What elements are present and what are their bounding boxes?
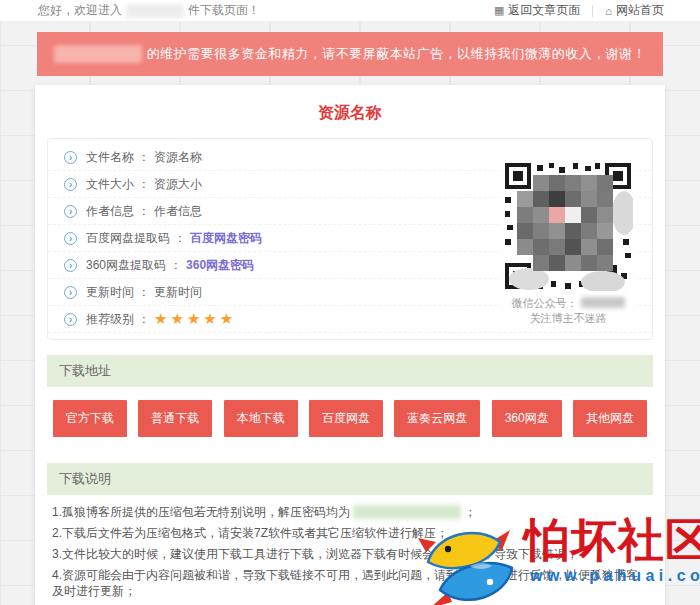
instruction-line-2: 2.下载后文件若为压缩包格式，请安装7Z软件或者其它压缩软件进行解压； (52, 525, 648, 541)
back-to-article-link[interactable]: ▦ 返回文章页面 (494, 2, 580, 19)
colon: ： (138, 176, 150, 193)
colon: ： (170, 257, 182, 274)
site-home-link[interactable]: ⌂ 网站首页 (605, 2, 664, 19)
colon: ： (138, 203, 150, 220)
home-icon: ⌂ (605, 5, 612, 17)
colon: ： (138, 284, 150, 301)
censored-password-block (353, 505, 461, 519)
qr-caption-line2: 关注博主不迷路 (500, 311, 636, 326)
qr-block: 微信公众号： 关注博主不迷路 (500, 161, 636, 326)
field-value: 作者信息 (154, 203, 202, 220)
resource-title: 资源名称 (47, 103, 653, 124)
field-label: 作者信息 (86, 203, 134, 220)
field-label: 文件名称 (86, 149, 134, 166)
censored-site-name-block (54, 45, 142, 63)
star-rating: ★★★★★ (154, 310, 236, 328)
field-value: 资源大小 (154, 176, 202, 193)
download-buttons-row: 官方下载 普通下载 本地下载 百度网盘 蓝奏云网盘 360网盘 其他网盘 (47, 387, 653, 448)
instruction-line-3: 3.文件比较大的时候，建议使用下载工具进行下载，浏览器下载有时候会自动中断，导致… (52, 546, 648, 562)
qr-caption: 微信公众号： 关注博主不迷路 (500, 296, 636, 326)
instruction-line-1-suffix: ； (464, 505, 476, 519)
download-button-360-pan[interactable]: 360网盘 (492, 400, 562, 437)
chevron-circle-icon: › (64, 259, 77, 272)
baidu-password-link[interactable]: 百度网盘密码 (190, 230, 262, 247)
banner-text: 的维护需要很多资金和精力，请不要屏蔽本站广告，以维持我们微薄的收入，谢谢！ (147, 45, 647, 63)
site-home-label: 网站首页 (616, 2, 664, 19)
qr-caption-line1: 微信公众号： (512, 297, 578, 309)
chevron-circle-icon: › (64, 286, 77, 299)
greeting-suffix: 件下载页面！ (188, 2, 260, 19)
instruction-line-1: 1.孤狼博客所提供的压缩包若无特别说明，解压密码均为； (52, 504, 648, 520)
download-button-baidu-pan[interactable]: 百度网盘 (309, 400, 383, 437)
ad-notice-banner: 的维护需要很多资金和精力，请不要屏蔽本站广告，以维持我们微薄的收入，谢谢！ (37, 32, 663, 76)
greeting-text: 您好，欢迎进入 件下载页面！ (38, 2, 260, 19)
instructions-section-header: 下载说明 (47, 463, 653, 495)
download-button-normal[interactable]: 普通下载 (138, 400, 212, 437)
chevron-circle-icon: › (64, 205, 77, 218)
download-button-other-pan[interactable]: 其他网盘 (573, 400, 647, 437)
field-label: 推荐级别 (86, 311, 134, 328)
back-to-article-label: 返回文章页面 (508, 2, 580, 19)
colon: ： (138, 311, 150, 328)
download-section-header: 下载地址 (47, 355, 653, 387)
topbar: 您好，欢迎进入 件下载页面！ ▦ 返回文章页面 ⌂ 网站首页 (0, 0, 700, 22)
instruction-line-1-prefix: 1.孤狼博客所提供的压缩包若无特别说明，解压密码均为 (52, 505, 350, 519)
field-value: 资源名称 (154, 149, 202, 166)
censored-account-name-block (581, 297, 625, 308)
field-label: 360网盘提取码 (86, 257, 166, 274)
chevron-circle-icon: › (64, 313, 77, 326)
topbar-divider (592, 5, 593, 17)
greeting-prefix: 您好，欢迎进入 (38, 2, 122, 19)
colon: ： (138, 149, 150, 166)
field-label: 文件大小 (86, 176, 134, 193)
field-label: 更新时间 (86, 284, 134, 301)
chevron-circle-icon: › (64, 232, 77, 245)
qr-code (503, 161, 633, 291)
page: { "topbar": { "greeting_prefix": "您好，欢迎进… (0, 0, 700, 605)
resource-info-box: › 文件名称 ： 资源名称 › 文件大小 ： 资源大小 › 作者信息 ： 作者信… (47, 138, 653, 340)
360-password-link[interactable]: 360网盘密码 (186, 257, 254, 274)
download-button-local[interactable]: 本地下载 (224, 400, 298, 437)
chevron-circle-icon: › (64, 178, 77, 191)
field-value: 更新时间 (154, 284, 202, 301)
field-label: 百度网盘提取码 (86, 230, 170, 247)
colon: ： (174, 230, 186, 247)
instruction-line-4: 4.资源可能会由于内容问题被和谐，导致下载链接不可用，遇到此问题，请到文章页面进… (52, 567, 648, 599)
download-button-lanzou-pan[interactable]: 蓝奏云网盘 (394, 400, 480, 437)
download-button-official[interactable]: 官方下载 (53, 400, 127, 437)
instructions-text: 1.孤狼博客所提供的压缩包若无特别说明，解压密码均为； 2.下载后文件若为压缩包… (47, 495, 653, 605)
topbar-links: ▦ 返回文章页面 ⌂ 网站首页 (494, 2, 664, 19)
chevron-circle-icon: › (64, 151, 77, 164)
grid-icon: ▦ (494, 4, 504, 17)
main-card: 资源名称 › 文件名称 ： 资源名称 › 文件大小 ： 资源大小 › 作者信息 … (35, 85, 665, 605)
censored-site-name-block (126, 4, 184, 18)
